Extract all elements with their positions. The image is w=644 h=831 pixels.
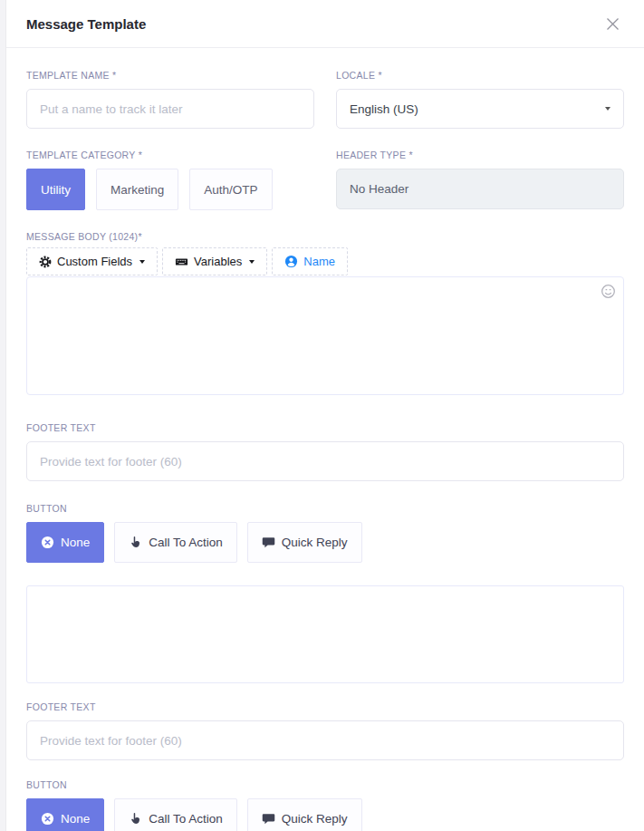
button-type-label: BUTTON: [26, 779, 624, 790]
chevron-down-icon: [605, 107, 610, 111]
name-variable-label: Name: [303, 255, 335, 268]
emoji-picker-button[interactable]: [601, 284, 616, 299]
smiley-icon: [601, 288, 616, 302]
keyboard-icon: [175, 256, 188, 268]
button-option-label: Quick Reply: [282, 812, 348, 826]
header-type-select[interactable]: No Header: [336, 169, 624, 209]
button-option-label: Call To Action: [149, 812, 223, 826]
template-name-label: TEMPLATE NAME *: [26, 70, 314, 81]
footer-text-label: FOOTER TEXT: [26, 701, 624, 712]
secondary-body-textarea[interactable]: [26, 585, 624, 683]
person-circle-icon: [284, 255, 298, 268]
close-button[interactable]: [601, 13, 624, 35]
locale-select[interactable]: English (US): [336, 89, 624, 129]
button-option-call-to-action-2[interactable]: Call To Action: [114, 798, 237, 831]
custom-fields-label: Custom Fields: [57, 255, 132, 268]
backdrop-edge: [0, 0, 6, 831]
message-template-modal: Message Template TEMPLATE NAME * LOCALE …: [6, 0, 644, 831]
template-name-input[interactable]: [26, 89, 314, 129]
modal-title: Message Template: [26, 16, 146, 32]
modal-body: TEMPLATE NAME * LOCALE * English (US) TE…: [6, 48, 644, 831]
button-option-label: None: [61, 536, 90, 549]
gear-icon: [39, 256, 52, 268]
hand-pointer-icon: [129, 812, 142, 826]
category-option-label: Utility: [41, 183, 71, 197]
button-option-label: Call To Action: [149, 536, 223, 549]
button-option-call-to-action[interactable]: Call To Action: [114, 522, 237, 563]
category-option-auth-otp[interactable]: Auth/OTP: [189, 169, 272, 210]
chevron-down-icon: [139, 260, 145, 264]
x-circle-icon: [41, 812, 54, 826]
category-option-label: Marketing: [111, 183, 164, 197]
message-body-textarea[interactable]: [26, 276, 624, 395]
button-option-label: Quick Reply: [282, 536, 348, 549]
button-type-group: BUTTON None: [26, 503, 624, 563]
header-type-label: HEADER TYPE *: [336, 150, 624, 160]
footer-text-group: FOOTER TEXT: [26, 422, 624, 481]
template-category-label: TEMPLATE CATEGORY *: [26, 150, 314, 160]
variables-label: Variables: [194, 255, 242, 268]
chevron-down-icon: [249, 260, 255, 264]
footer-text-input-2[interactable]: [26, 720, 624, 760]
footer-text-label: FOOTER TEXT: [26, 422, 624, 433]
button-option-quick-reply-2[interactable]: Quick Reply: [247, 798, 362, 831]
category-option-label: Auth/OTP: [204, 183, 257, 197]
template-category-group: TEMPLATE CATEGORY * Utility Marketing Au…: [26, 150, 314, 210]
message-body-label: MESSAGE BODY (1024)*: [26, 231, 624, 242]
locale-field-group: LOCALE * English (US): [336, 70, 624, 129]
variables-dropdown-button[interactable]: Variables: [162, 247, 267, 275]
custom-fields-dropdown-button[interactable]: Custom Fields: [26, 247, 158, 275]
speech-bubble-icon: [262, 536, 275, 549]
locale-selected-value: English (US): [350, 102, 418, 116]
footer-text-group-2: FOOTER TEXT: [26, 701, 624, 760]
locale-label: LOCALE *: [336, 70, 624, 81]
speech-bubble-icon: [262, 812, 275, 826]
x-circle-icon: [41, 536, 54, 549]
category-option-utility[interactable]: Utility: [26, 169, 85, 210]
header-type-selected-value: No Header: [350, 182, 409, 196]
hand-pointer-icon: [129, 536, 142, 549]
button-option-label: None: [61, 812, 90, 826]
button-type-label: BUTTON: [26, 503, 624, 514]
footer-text-input[interactable]: [26, 441, 624, 481]
header-type-group: HEADER TYPE * No Header: [336, 150, 624, 210]
button-option-quick-reply[interactable]: Quick Reply: [247, 522, 362, 563]
button-option-none[interactable]: None: [26, 522, 104, 563]
message-body-group: MESSAGE BODY (1024)* Custom Fields: [26, 231, 624, 399]
button-option-none-2[interactable]: None: [26, 798, 104, 831]
category-option-marketing[interactable]: Marketing: [96, 169, 178, 210]
template-name-field-group: TEMPLATE NAME *: [26, 70, 314, 129]
message-body-toolbar: Custom Fields: [26, 247, 624, 275]
modal-header: Message Template: [6, 0, 644, 48]
name-variable-button[interactable]: Name: [272, 247, 348, 275]
button-type-group-2: BUTTON None: [26, 779, 624, 831]
close-icon: [605, 21, 620, 34]
